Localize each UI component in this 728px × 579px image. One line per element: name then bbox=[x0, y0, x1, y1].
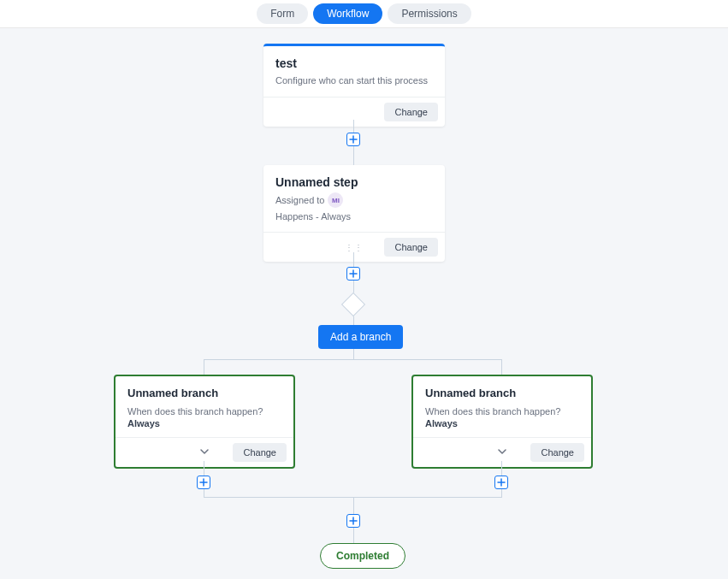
step-change-button[interactable]: Change bbox=[384, 238, 438, 257]
step-card-title: Unnamed step bbox=[263, 165, 445, 192]
step-happens-label: Happens - Always bbox=[263, 211, 445, 232]
chevron-down-icon[interactable] bbox=[199, 445, 210, 460]
add-step-button[interactable] bbox=[346, 267, 360, 281]
branch-right-answer: Always bbox=[413, 418, 591, 437]
plus-icon bbox=[497, 478, 506, 487]
add-step-button[interactable] bbox=[346, 133, 360, 146]
add-branch-button[interactable]: Add a branch bbox=[318, 325, 403, 349]
branch-right-title: Unnamed branch bbox=[413, 376, 591, 406]
branch-card-left: Unnamed branch When does this branch hap… bbox=[114, 375, 295, 469]
branch-left-question: When does this branch happen? bbox=[115, 406, 293, 418]
step-assigned-row: Assigned to MI bbox=[263, 192, 445, 211]
branch-right-change-button[interactable]: Change bbox=[530, 443, 584, 462]
tab-form[interactable]: Form bbox=[257, 3, 308, 24]
start-card-title: test bbox=[263, 46, 445, 74]
plus-icon bbox=[199, 478, 208, 487]
tabs-header: Form Workflow Permissions bbox=[0, 0, 728, 28]
add-step-button[interactable] bbox=[494, 476, 508, 489]
plus-icon bbox=[349, 135, 358, 144]
workflow-canvas: test Configure who can start this proces… bbox=[0, 28, 728, 579]
add-step-button[interactable] bbox=[346, 514, 360, 528]
step-card: Unnamed step Assigned to MI Happens - Al… bbox=[263, 165, 445, 262]
add-step-button[interactable] bbox=[197, 476, 210, 489]
step-card-footer: ⋮⋮ Change bbox=[263, 232, 445, 262]
drag-handle-icon[interactable]: ⋮⋮ bbox=[345, 243, 364, 252]
assignee-avatar: MI bbox=[328, 192, 343, 208]
plus-icon bbox=[349, 269, 358, 278]
completed-node: Completed bbox=[320, 543, 405, 569]
connector-line bbox=[204, 359, 204, 375]
tab-permissions[interactable]: Permissions bbox=[388, 3, 471, 24]
branch-card-right: Unnamed branch When does this branch hap… bbox=[411, 375, 593, 469]
branch-left-footer: Change bbox=[115, 437, 293, 467]
branch-left-answer: Always bbox=[115, 418, 293, 437]
branch-right-question: When does this branch happen? bbox=[413, 406, 591, 418]
connector-line bbox=[204, 359, 502, 360]
branch-left-change-button[interactable]: Change bbox=[233, 443, 287, 462]
start-card-subtitle: Configure who can start this process bbox=[263, 74, 445, 97]
branch-left-title: Unnamed branch bbox=[115, 376, 293, 406]
tab-workflow[interactable]: Workflow bbox=[313, 3, 382, 24]
start-card: test Configure who can start this proces… bbox=[263, 44, 445, 127]
plus-icon bbox=[349, 517, 358, 525]
start-change-button[interactable]: Change bbox=[384, 103, 438, 121]
chevron-down-icon[interactable] bbox=[497, 445, 507, 460]
decision-node-icon bbox=[341, 292, 365, 316]
start-card-footer: Change bbox=[263, 97, 445, 127]
assigned-to-label: Assigned to bbox=[275, 195, 324, 205]
connector-line bbox=[501, 359, 502, 375]
branch-right-footer: Change bbox=[413, 437, 591, 467]
